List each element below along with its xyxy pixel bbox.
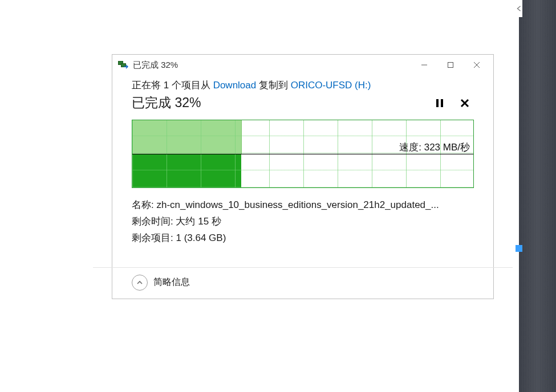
- close-button[interactable]: [464, 56, 490, 74]
- detail-time: 剩余时间: 大约 15 秒: [132, 214, 474, 230]
- offscreen-blue-stub: [516, 245, 522, 252]
- detail-items-value: 1 (3.64 GB): [176, 232, 226, 243]
- svg-rect-0: [448, 63, 453, 68]
- details-toggle-label[interactable]: 简略信息: [153, 276, 190, 288]
- collapse-details-button[interactable]: [132, 275, 148, 291]
- detail-name-label: 名称:: [132, 199, 156, 210]
- titlebar[interactable]: 已完成 32%: [112, 55, 493, 75]
- background-texture: [519, 0, 556, 392]
- progress-controls: [434, 97, 474, 109]
- dialog-body: 正在将 1 个项目从 Download 复制到 ORICO-UFSD (H:) …: [112, 75, 493, 257]
- status-row: 已完成 32%: [132, 94, 474, 112]
- cancel-button[interactable]: [459, 97, 470, 109]
- copy-description: 正在将 1 个项目从 Download 复制到 ORICO-UFSD (H:): [132, 79, 474, 92]
- svg-rect-2: [441, 99, 443, 107]
- detail-items: 剩余项目: 1 (3.64 GB): [132, 230, 474, 247]
- page-background-strip: [519, 0, 556, 392]
- offscreen-arrow-stub: [516, 0, 522, 17]
- pause-button[interactable]: [434, 97, 445, 109]
- detail-name-value: zh-cn_windows_10_business_editions_versi…: [156, 199, 439, 210]
- minimize-button[interactable]: [411, 56, 437, 74]
- window-title: 已完成 32%: [133, 60, 178, 71]
- speed-label: 速度: 323 MB/秒: [399, 141, 470, 154]
- footer: 简略信息: [112, 268, 493, 299]
- chart-speed-line: [132, 154, 473, 154]
- detail-items-label: 剩余项目:: [132, 232, 176, 243]
- source-folder-link[interactable]: Download: [213, 80, 257, 91]
- copy-mid: 复制到: [256, 80, 290, 91]
- chevron-up-icon: [136, 279, 143, 286]
- svg-rect-1: [436, 99, 439, 107]
- detail-time-value: 大约 15 秒: [176, 216, 221, 227]
- throughput-chart: 速度: 323 MB/秒: [132, 120, 474, 188]
- dest-folder-link[interactable]: ORICO-UFSD (H:): [291, 80, 371, 91]
- detail-time-label: 剩余时间:: [132, 216, 176, 227]
- maximize-button[interactable]: [437, 56, 464, 74]
- copy-operation-icon: [118, 61, 128, 69]
- details-block: 名称: zh-cn_windows_10_business_editions_v…: [132, 197, 474, 247]
- progress-status-text: 已完成 32%: [132, 94, 201, 112]
- detail-name: 名称: zh-cn_windows_10_business_editions_v…: [132, 197, 474, 214]
- copy-prefix: 正在将 1 个项目从: [132, 80, 213, 91]
- copy-progress-dialog: 已完成 32% 正在将 1 个项目从 Download 复制到 ORICO-UF…: [112, 54, 494, 299]
